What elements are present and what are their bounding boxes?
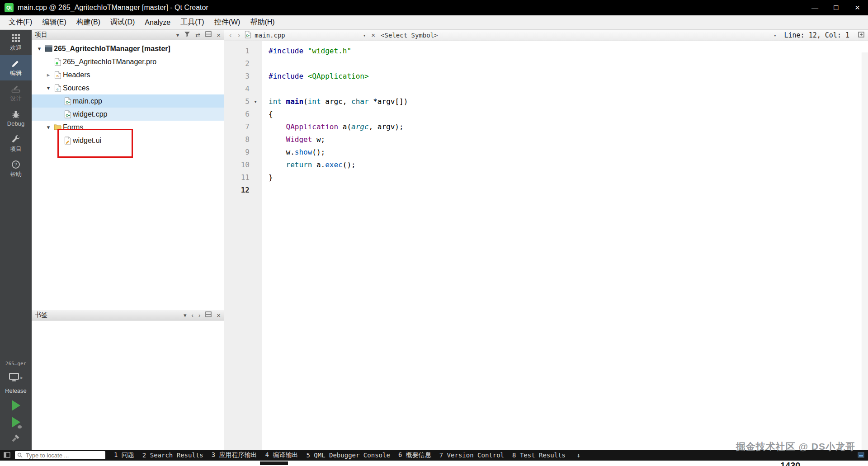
- ui-file-icon: [62, 137, 73, 145]
- code-line[interactable]: {: [269, 108, 862, 121]
- bookmarks-list[interactable]: [32, 320, 224, 450]
- output-pane-button[interactable]: 5 QML Debugger Console: [302, 452, 394, 459]
- qt-creator-logo-icon: Qt: [5, 3, 14, 12]
- code-line[interactable]: }: [269, 171, 862, 184]
- project-pane-toolbar: [176, 31, 221, 39]
- line-number: 4: [224, 83, 250, 95]
- go-back-button[interactable]: [228, 31, 233, 40]
- pane-selector-caret-icon[interactable]: [176, 32, 179, 38]
- open-file-dropdown[interactable]: C+ main.cpp: [245, 31, 366, 40]
- mode-label: 设计: [10, 94, 22, 103]
- svg-text:C+: C+: [66, 101, 70, 104]
- line-number-gutter: 12345▾6789101112: [224, 41, 262, 450]
- fold-marker-icon[interactable]: ▾: [250, 95, 261, 108]
- menu-item[interactable]: 帮助(H): [245, 18, 279, 27]
- code-line[interactable]: [269, 83, 862, 95]
- menu-item[interactable]: 控件(W): [209, 18, 245, 27]
- workspace: 欢迎 编辑 设计 Debug 项目 ? 帮助 265…ger: [0, 30, 868, 450]
- menu-item[interactable]: 编辑(E): [37, 18, 71, 27]
- tree-item-headers[interactable]: h Headers: [32, 68, 224, 81]
- output-pane-button[interactable]: 2 Search Results: [138, 452, 208, 459]
- code-line[interactable]: int main(int argc, char *argv[]): [269, 95, 862, 108]
- sync-with-editor-icon[interactable]: [195, 32, 200, 38]
- tree-item-project-root[interactable]: 265_AgritechIoTManager [master]: [32, 42, 224, 55]
- build-button[interactable]: [11, 433, 21, 445]
- mode-label: 帮助: [10, 170, 22, 179]
- mode-design[interactable]: 设计: [0, 80, 32, 106]
- go-forward-button[interactable]: [236, 31, 242, 40]
- project-icon: [43, 45, 54, 52]
- code-editor[interactable]: 12345▾6789101112 #include "widget.h" #in…: [224, 41, 868, 450]
- chevron-right-icon[interactable]: [198, 312, 200, 319]
- cursor-position-label: Line: 12, Col: 1: [784, 31, 850, 39]
- split-editor-icon[interactable]: [858, 32, 864, 39]
- close-pane-icon[interactable]: [217, 311, 221, 319]
- code-line[interactable]: QApplication a(argc, argv);: [269, 121, 862, 133]
- code-line[interactable]: w.show();: [269, 146, 862, 159]
- code-line[interactable]: [269, 184, 862, 197]
- code-line[interactable]: Widget w;: [269, 133, 862, 146]
- sidebar-toggle-icon[interactable]: [4, 451, 10, 460]
- cpp-file-icon: C+: [62, 110, 73, 118]
- chevron-down-icon[interactable]: [44, 85, 52, 91]
- chevron-down-icon[interactable]: [35, 45, 43, 52]
- editor-scrollbar[interactable]: [862, 52, 868, 450]
- kit-selector-button[interactable]: [9, 372, 23, 381]
- locator-box[interactable]: [15, 451, 105, 459]
- code-line[interactable]: [269, 57, 862, 70]
- symbol-selector-dropdown[interactable]: <Select Symbol>: [381, 32, 776, 39]
- output-pane-button[interactable]: 4 编译输出: [261, 451, 302, 459]
- svg-text:?: ?: [14, 162, 17, 167]
- output-pane-button[interactable]: 6 概要信息: [394, 451, 435, 459]
- open-file-name: main.cpp: [255, 32, 285, 39]
- tree-item-forms[interactable]: Forms: [32, 121, 224, 134]
- output-pane-button[interactable]: 3 应用程序输出: [208, 451, 261, 459]
- tree-item-main-cpp[interactable]: C+ main.cpp: [32, 94, 224, 108]
- mode-help[interactable]: ? 帮助: [0, 156, 32, 182]
- output-pane-maximize-icon[interactable]: [574, 452, 583, 459]
- pane-selector-caret-icon[interactable]: [184, 312, 187, 319]
- tree-item-label: Headers: [63, 71, 90, 79]
- split-icon[interactable]: [205, 31, 212, 38]
- minimize-button[interactable]: [804, 0, 826, 15]
- design-pencil-ruler-icon: [11, 84, 20, 93]
- menu-item[interactable]: 工具(T): [175, 18, 209, 27]
- progress-indicator-icon[interactable]: [858, 451, 864, 460]
- tree-item-sources[interactable]: c Sources: [32, 81, 224, 94]
- mode-edit[interactable]: 编辑: [0, 55, 32, 80]
- close-pane-icon[interactable]: [217, 31, 221, 39]
- split-icon[interactable]: [205, 311, 212, 319]
- mode-debug[interactable]: Debug: [0, 106, 32, 131]
- run-debug-button[interactable]: [12, 417, 20, 428]
- output-pane-button[interactable]: 1 问题: [110, 451, 138, 459]
- mode-projects[interactable]: 项目: [0, 131, 32, 156]
- tree-item-widget-ui[interactable]: widget.ui: [32, 134, 224, 147]
- locator-input[interactable]: [25, 452, 103, 459]
- close-button[interactable]: [847, 0, 868, 15]
- chevron-right-icon[interactable]: [44, 71, 52, 78]
- chevron-left-icon[interactable]: [192, 312, 193, 319]
- filter-icon[interactable]: [184, 31, 190, 38]
- code-line[interactable]: #include "widget.h": [269, 45, 862, 57]
- menu-item[interactable]: Analyze: [140, 19, 175, 27]
- kit-name-label: 265…ger: [5, 361, 26, 367]
- hammer-icon: [11, 433, 21, 443]
- code-line[interactable]: #include <QApplication>: [269, 70, 862, 83]
- menu-item[interactable]: 文件(F): [4, 18, 37, 27]
- menu-item[interactable]: 构建(B): [71, 18, 105, 27]
- menu-item[interactable]: 调试(D): [105, 18, 140, 27]
- run-button[interactable]: [12, 400, 20, 411]
- status-bar-corner: [858, 451, 864, 460]
- maximize-button[interactable]: [826, 0, 847, 15]
- tree-item-widget-cpp[interactable]: C+ widget.cpp: [32, 108, 224, 121]
- tree-item-pro-file[interactable]: 265_AgritechIoTManager.pro: [32, 55, 224, 68]
- chevron-down-icon[interactable]: [44, 124, 52, 131]
- mode-welcome[interactable]: 欢迎: [0, 30, 32, 55]
- output-pane-button[interactable]: 7 Version Control: [435, 452, 508, 459]
- code-line[interactable]: return a.exec();: [269, 159, 862, 171]
- close-document-button[interactable]: [369, 31, 377, 39]
- output-pane-button[interactable]: 8 Test Results: [508, 452, 570, 459]
- line-number: 12: [224, 184, 250, 197]
- output-pane-buttons: 1 问题2 Search Results3 应用程序输出4 编译输出5 QML …: [110, 451, 570, 459]
- tree-item-label: Sources: [63, 84, 90, 92]
